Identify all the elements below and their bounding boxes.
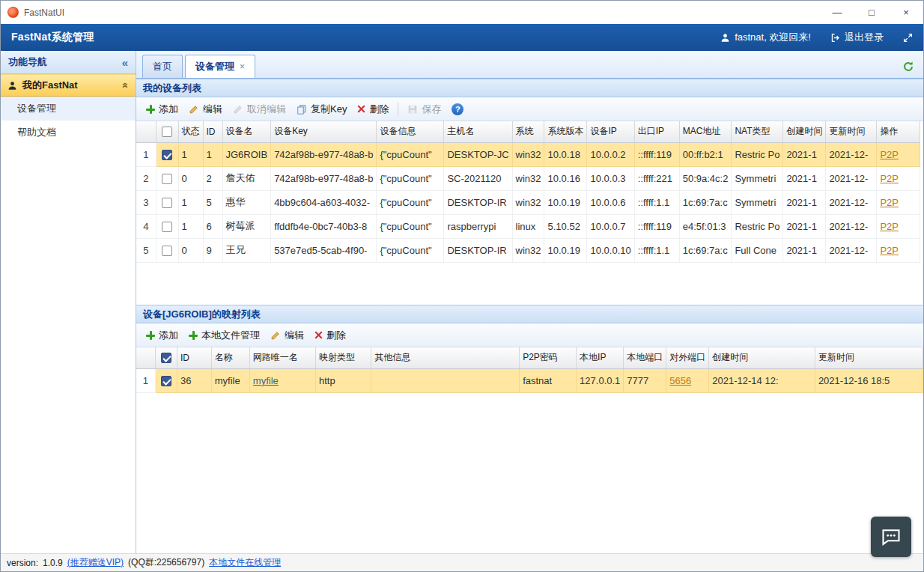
device-row[interactable]: 5 0 9 王兄 537e7ed5-5cab-4f90- {"cpuCount"… — [136, 238, 920, 262]
refresh-button[interactable] — [899, 58, 917, 76]
device-row[interactable]: 2 0 2 詹天佑 742af98b-e977-48a8-b {"cpuCoun… — [136, 166, 920, 190]
col-device-name[interactable]: 设备名 — [222, 121, 271, 142]
col-hostname[interactable]: 主机名 — [444, 121, 512, 142]
close-button[interactable]: × — [889, 1, 923, 24]
add-device-button[interactable]: 添加 — [141, 100, 183, 118]
edit-mapping-button[interactable]: 编辑 — [265, 326, 309, 344]
col-device-info[interactable]: 设备信息 — [377, 121, 444, 142]
tab-close-icon[interactable]: × — [240, 61, 245, 72]
help-button[interactable]: ? — [446, 100, 469, 118]
row-checkbox[interactable] — [162, 174, 172, 184]
cell-id: 36 — [177, 368, 211, 392]
col-mac[interactable]: MAC地址 — [679, 121, 732, 142]
sidebar-item-help-docs[interactable]: 帮助文档 — [1, 121, 136, 144]
maximize-button[interactable]: □ — [854, 1, 889, 24]
col-local-port[interactable]: 本地端口 — [624, 347, 666, 368]
col-p2p-password[interactable]: P2P密码 — [520, 347, 577, 368]
welcome-user[interactable]: fastnat, 欢迎回来! — [720, 31, 811, 44]
mapping-row[interactable]: 1 36 myfile myfile http fastnat 127.0.0.… — [136, 368, 923, 392]
col-created[interactable]: 创建时间 — [709, 347, 815, 368]
row-number: 1 — [136, 142, 156, 166]
p2p-link[interactable]: P2P — [880, 197, 899, 208]
p2p-link[interactable]: P2P — [880, 221, 899, 232]
chat-button[interactable] — [871, 517, 911, 557]
cancel-edit-button[interactable]: 取消编辑 — [228, 100, 291, 118]
tab-device-management[interactable]: 设备管理 × — [185, 55, 255, 78]
col-out-ip[interactable]: 出口IP — [634, 121, 679, 142]
col-device-key[interactable]: 设备Key — [271, 121, 377, 142]
col-device-ip[interactable]: 设备IP — [587, 121, 634, 142]
logout-button[interactable]: 退出登录 — [830, 31, 884, 44]
col-id[interactable]: ID — [177, 347, 211, 368]
cell-id: 5 — [203, 190, 222, 214]
copy-icon — [297, 104, 307, 115]
sidebar-group-myfastnat[interactable]: 我的FastNat « — [1, 74, 136, 97]
fullscreen-button[interactable] — [903, 33, 913, 43]
col-other-info[interactable]: 其他信息 — [371, 347, 520, 368]
select-all-checkbox[interactable] — [162, 127, 172, 137]
mapping-toolbar: 添加 本地文件管理 编辑 删除 — [136, 323, 923, 347]
col-created[interactable]: 创建时间 — [783, 121, 826, 142]
device-row[interactable]: 4 1 6 树莓派 ffddfb4e-0bc7-40b3-8 {"cpuCoun… — [136, 214, 920, 238]
device-panel-header: 我的设备列表 — [136, 79, 923, 97]
cell-out-ip: ::ffff:119 — [634, 214, 679, 238]
delete-mapping-button[interactable]: 删除 — [309, 326, 351, 344]
add-mapping-button[interactable]: 添加 — [141, 326, 183, 344]
select-all-header[interactable] — [155, 347, 177, 368]
minimize-button[interactable]: — — [820, 1, 854, 24]
cell-mac: 1c:69:7a:c — [679, 190, 732, 214]
col-nat-type[interactable]: NAT类型 — [732, 121, 783, 142]
save-button[interactable]: 保存 — [402, 100, 446, 118]
cell-mapping-type: http — [315, 368, 371, 392]
copy-key-button[interactable]: 复制Key — [291, 100, 352, 118]
cell-id: 9 — [203, 238, 222, 262]
p2p-link[interactable]: P2P — [880, 149, 899, 160]
col-updated[interactable]: 更新时间 — [815, 347, 923, 368]
window-titlebar: FastNatUI — □ × — [1, 1, 923, 24]
row-checkbox[interactable] — [162, 150, 172, 160]
delete-device-button[interactable]: 删除 — [352, 100, 394, 118]
qq-group-text: (QQ群:225656797) — [128, 556, 204, 569]
cell-hostname: DESKTOP-JC — [444, 142, 512, 166]
user-icon — [7, 81, 17, 91]
col-mapping-type[interactable]: 映射类型 — [315, 347, 371, 368]
row-checkbox[interactable] — [162, 246, 172, 256]
tab-home[interactable]: 首页 — [142, 55, 183, 78]
cell-created: 2021-1 — [783, 214, 826, 238]
mapping-table-header-row: ID 名称 网路唯一名 映射类型 其他信息 P2P密码 本地IP 本地端口 对外… — [136, 347, 923, 368]
p2p-link[interactable]: P2P — [880, 173, 899, 184]
collapse-up-icon[interactable]: « — [120, 82, 132, 88]
add-icon — [189, 331, 198, 340]
cell-created: 2021-1 — [783, 166, 826, 190]
select-all-header[interactable] — [156, 121, 178, 142]
col-name[interactable]: 名称 — [211, 347, 249, 368]
device-toolbar: 添加 编辑 取消编辑 复制Key — [136, 97, 923, 121]
app-brand-title: FastNat系统管理 — [11, 31, 94, 44]
unique-name-link[interactable]: myfile — [253, 375, 279, 386]
row-checkbox[interactable] — [162, 198, 172, 208]
row-checkbox[interactable] — [162, 222, 172, 232]
local-file-online-link[interactable]: 本地文件在线管理 — [209, 556, 281, 569]
remote-port-link[interactable]: 5656 — [669, 375, 691, 386]
col-updated[interactable]: 更新时间 — [826, 121, 877, 142]
select-all-checkbox[interactable] — [161, 353, 171, 363]
edit-device-button[interactable]: 编辑 — [183, 100, 228, 118]
col-local-ip[interactable]: 本地IP — [577, 347, 624, 368]
device-row[interactable]: 1 1 1 JG6ROIB 742af98b-e977-48a8-b {"cpu… — [136, 142, 920, 166]
col-os-version[interactable]: 系统版本 — [544, 121, 587, 142]
col-os[interactable]: 系统 — [512, 121, 544, 142]
col-status[interactable]: 状态 — [178, 121, 203, 142]
sidebar-collapse-icon[interactable]: « — [122, 56, 128, 69]
col-remote-port[interactable]: 对外端口 — [666, 347, 709, 368]
device-row[interactable]: 3 1 5 惠华 4bb9c604-a603-4032- {"cpuCount"… — [136, 190, 920, 214]
sidebar-item-device-management[interactable]: 设备管理 — [1, 97, 136, 121]
row-checkbox[interactable] — [161, 376, 171, 386]
col-unique-name[interactable]: 网路唯一名 — [249, 347, 315, 368]
cell-out-ip: ::ffff:119 — [634, 142, 679, 166]
vip-link[interactable]: (推荐赠送VIP) — [67, 556, 124, 569]
p2p-link[interactable]: P2P — [880, 245, 899, 256]
local-file-manager-button[interactable]: 本地文件管理 — [183, 326, 265, 344]
col-operation[interactable]: 操作 — [877, 121, 920, 142]
col-id[interactable]: ID — [203, 121, 222, 142]
cell-mac: 1c:69:7a:c — [679, 238, 732, 262]
